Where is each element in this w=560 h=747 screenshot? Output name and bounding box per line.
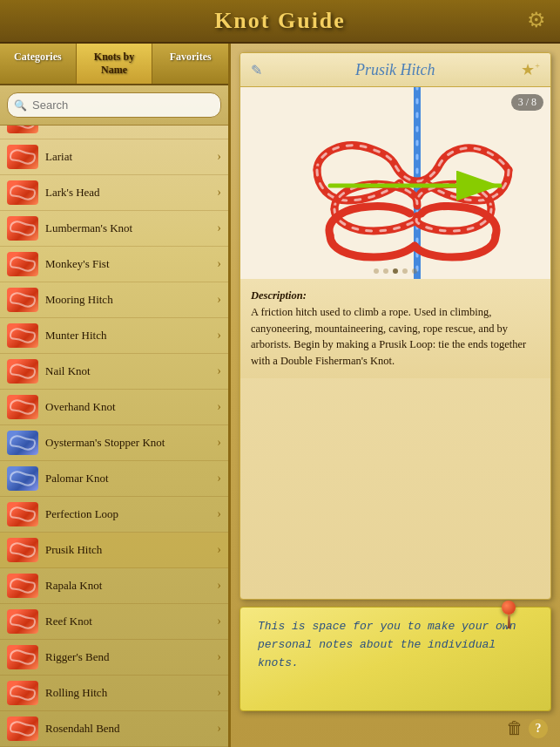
chevron-right-icon: ›	[217, 650, 221, 664]
list-item[interactable]: Nail Knot›	[0, 354, 228, 390]
knot-name: Mooring Hitch	[45, 293, 217, 307]
list-item[interactable]: Monkey's Fist›	[0, 247, 228, 282]
list-item[interactable]: Palomar Knot›	[0, 461, 228, 497]
pushpin-needle	[508, 615, 510, 628]
left-panel: Categories Knots by Name Favorites 🔍 Imp…	[0, 44, 231, 747]
knot-list: Improved Clinch Knot›Jug Sling›Klemheist…	[0, 126, 228, 747]
tab-categories[interactable]: Categories	[0, 44, 77, 84]
chevron-right-icon: ›	[217, 364, 221, 378]
favorite-icon[interactable]: ★+	[521, 60, 540, 79]
page-dots	[374, 268, 417, 274]
knot-name: Rolling Hitch	[45, 686, 217, 700]
edit-icon[interactable]: ✎	[251, 62, 262, 78]
description-label: Description:	[251, 289, 307, 302]
knot-name: Perfection Loop	[45, 507, 217, 521]
image-counter: 3 / 8	[511, 94, 543, 111]
list-item[interactable]: Klemheist Hitch›	[0, 126, 228, 139]
knot-name: Reef Knot	[45, 615, 217, 628]
chevron-right-icon: ›	[217, 257, 221, 271]
page-dot[interactable]	[412, 268, 417, 274]
list-item[interactable]: Rolling Hitch›	[0, 676, 228, 711]
chevron-right-icon: ›	[217, 126, 221, 128]
pushpin-head	[502, 601, 516, 615]
detail-image-area[interactable]: 3 / 8	[240, 87, 550, 279]
knot-illustration	[240, 87, 550, 279]
knot-name: Munter Hitch	[45, 329, 217, 343]
page-dot[interactable]	[383, 268, 388, 274]
app-header: Knot Guide ⚙	[0, 0, 560, 44]
page-dot[interactable]	[393, 268, 398, 274]
tab-knots-by-name[interactable]: Knots by Name	[77, 44, 153, 84]
knot-name: Lumberman's Knot	[45, 221, 217, 235]
chevron-right-icon: ›	[217, 329, 221, 343]
tab-favorites[interactable]: Favorites	[152, 44, 228, 84]
detail-header: ✎ Prusik Hitch ★+	[240, 53, 550, 87]
knot-name: Lark's Head	[45, 186, 217, 200]
chevron-right-icon: ›	[217, 150, 221, 164]
list-item[interactable]: Rapala Knot›	[0, 568, 228, 604]
knot-name: Lariat	[45, 150, 217, 164]
list-item[interactable]: Oysterman's Stopper Knot›	[0, 425, 228, 461]
notes-card[interactable]: This is space for you to make your own p…	[240, 607, 551, 711]
page-dot[interactable]	[374, 268, 379, 274]
chevron-right-icon: ›	[217, 722, 221, 736]
chevron-right-icon: ›	[217, 686, 221, 700]
chevron-right-icon: ›	[217, 472, 221, 486]
list-item[interactable]: Munter Hitch›	[0, 318, 228, 354]
knot-name: Rosendahl Bend	[45, 722, 217, 736]
list-item[interactable]: Overhand Knot›	[0, 390, 228, 425]
help-icon[interactable]: ?	[529, 719, 548, 738]
chevron-right-icon: ›	[217, 221, 221, 235]
chevron-right-icon: ›	[217, 579, 221, 593]
chevron-right-icon: ›	[217, 615, 221, 628]
detail-card: ✎ Prusik Hitch ★+ 3 / 8	[240, 52, 551, 600]
knot-name: Rapala Knot	[45, 579, 217, 593]
list-item[interactable]: Reef Knot›	[0, 604, 228, 640]
list-item[interactable]: Prusik Hitch›	[0, 533, 228, 568]
knot-name: Klemheist Hitch	[45, 126, 217, 128]
chevron-right-icon: ›	[217, 436, 221, 450]
search-container: 🔍	[0, 85, 228, 126]
chevron-right-icon: ›	[217, 507, 221, 521]
app-title: Knot Guide	[214, 8, 346, 34]
knot-name: Monkey's Fist	[45, 257, 217, 271]
chevron-right-icon: ›	[217, 186, 221, 200]
list-item[interactable]: Lark's Head›	[0, 175, 228, 211]
tab-bar: Categories Knots by Name Favorites	[0, 44, 228, 85]
description-text: A friction hitch used to climb a rope. U…	[251, 306, 526, 367]
gear-icon[interactable]: ⚙	[523, 7, 550, 33]
chevron-right-icon: ›	[217, 400, 221, 414]
list-item[interactable]: Lariat›	[0, 139, 228, 175]
knot-name: Rigger's Bend	[45, 650, 217, 664]
notes-text: This is space for you to make your own p…	[258, 618, 536, 672]
search-icon: 🔍	[14, 98, 27, 112]
chevron-right-icon: ›	[217, 543, 221, 557]
bottom-bar: 🗑 ?	[240, 718, 551, 738]
list-item[interactable]: Rigger's Bend›	[0, 640, 228, 676]
knot-name: Prusik Hitch	[45, 543, 217, 557]
trash-icon[interactable]: 🗑	[506, 718, 523, 738]
list-item[interactable]: Mooring Hitch›	[0, 282, 228, 318]
knot-name: Palomar Knot	[45, 472, 217, 486]
list-item[interactable]: Rosendahl Bend›	[0, 711, 228, 747]
pushpin	[502, 601, 516, 628]
page-dot[interactable]	[402, 268, 408, 274]
detail-title: Prusik Hitch	[269, 61, 521, 79]
knot-name: Nail Knot	[45, 364, 217, 378]
knot-name: Overhand Knot	[45, 400, 217, 414]
list-item[interactable]: Lumberman's Knot›	[0, 211, 228, 247]
right-panel: ✎ Prusik Hitch ★+ 3 / 8	[231, 44, 560, 747]
search-input[interactable]	[7, 92, 221, 118]
detail-description: Description: A friction hitch used to cl…	[240, 279, 550, 378]
chevron-right-icon: ›	[217, 293, 221, 307]
list-item[interactable]: Perfection Loop›	[0, 497, 228, 533]
knot-name: Oysterman's Stopper Knot	[45, 436, 217, 450]
